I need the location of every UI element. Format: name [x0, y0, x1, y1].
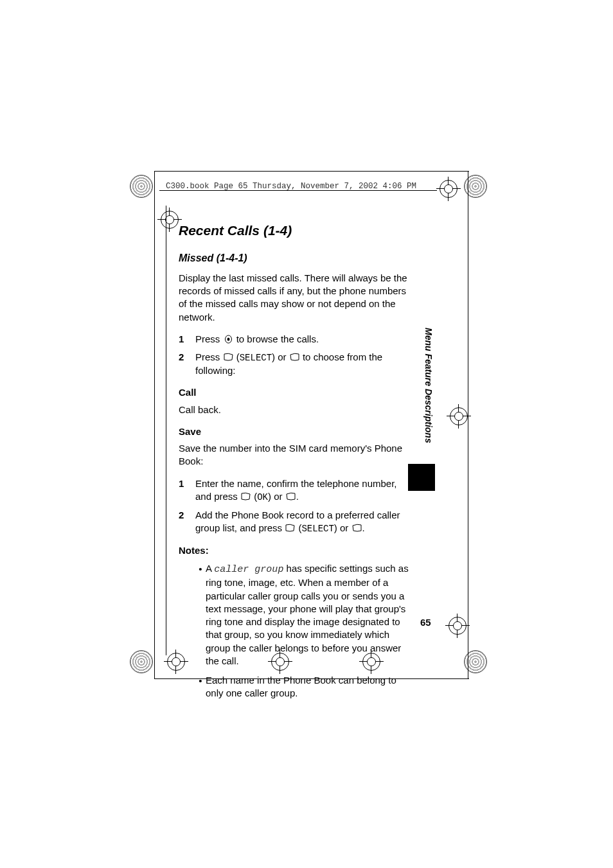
print-target-bl — [129, 649, 154, 675]
running-header: C300.book Page 65 Thursday, November 7, … — [166, 182, 416, 191]
call-heading: Call — [179, 386, 413, 399]
bullet-icon: • — [195, 562, 206, 668]
crop-line — [154, 171, 155, 678]
left-soft-icon — [223, 352, 234, 361]
step-text: Press — [195, 351, 223, 362]
step-number: 2 — [179, 351, 195, 377]
side-tab-label: Menu Feature Descriptions — [423, 328, 434, 443]
step-number: 1 — [179, 477, 195, 504]
right-soft-icon — [289, 352, 300, 361]
print-register-r — [450, 407, 468, 425]
step-text: . — [362, 522, 365, 533]
softkey-label: SELECT — [240, 353, 272, 363]
page-number: 65 — [420, 617, 431, 628]
step-text: to browse the calls. — [234, 333, 319, 344]
notes-list: • A caller group has specific settings s… — [195, 562, 413, 700]
notes-heading: Notes: — [179, 544, 413, 557]
step-text: . — [296, 491, 299, 502]
crop-line — [468, 171, 468, 678]
note-em: caller group — [214, 564, 283, 575]
thumb-tab-lines — [413, 466, 429, 480]
save-step-1: 1 Enter the name, confirm the telephone … — [179, 477, 413, 504]
step-text: ) or — [272, 351, 289, 362]
main-steps: 1 Press to browse the calls. 2 Press (SE… — [179, 333, 413, 377]
softkey-label: OK — [257, 492, 268, 502]
print-target-br — [463, 649, 488, 675]
step-number: 1 — [179, 333, 195, 346]
print-register-tr — [440, 180, 458, 198]
crop-line — [154, 171, 469, 172]
note-item-1: • A caller group has specific settings s… — [195, 562, 413, 668]
nav-icon — [223, 334, 234, 343]
section-heading: Recent Calls (1-4) — [179, 222, 413, 240]
step-2: 2 Press (SELECT) or to choose from the f… — [179, 351, 413, 377]
save-step-2: 2 Add the Phone Book record to a preferr… — [179, 509, 413, 535]
save-intro: Save the number into the SIM card memory… — [179, 442, 413, 468]
right-soft-icon — [351, 523, 362, 532]
left-soft-icon — [240, 492, 251, 500]
step-number: 2 — [179, 509, 195, 535]
bullet-icon: • — [195, 674, 206, 700]
step-text: Press — [195, 333, 223, 344]
save-heading: Save — [179, 425, 413, 438]
softkey-label: SELECT — [301, 524, 333, 534]
subsection-heading: Missed (1-4-1) — [179, 251, 413, 265]
page-body: Recent Calls (1-4) Missed (1-4-1) Displa… — [179, 222, 413, 707]
step-text: ) or — [334, 522, 351, 533]
print-register-tl — [161, 211, 179, 229]
print-target-tl — [129, 173, 154, 199]
step-text: ) or — [268, 491, 285, 502]
note-item-2: • Each name in the Phone Book can belong… — [195, 674, 413, 700]
save-steps: 1 Enter the name, confirm the telephone … — [179, 477, 413, 535]
note-text: Each name in the Phone Book can belong t… — [206, 674, 413, 700]
call-body: Call back. — [179, 403, 413, 416]
side-tab: Menu Feature Descriptions — [422, 328, 435, 456]
crop-line — [166, 206, 166, 655]
print-target-tr — [463, 173, 488, 199]
note-text: A — [206, 563, 214, 574]
left-soft-icon — [285, 523, 296, 532]
note-text: has specific settings such as ring tone,… — [206, 563, 409, 666]
print-register-b4 — [449, 617, 466, 635]
step-text: Add the Phone Book record to a preferred… — [195, 509, 400, 533]
svg-point-1 — [227, 337, 229, 341]
step-1: 1 Press to browse the calls. — [179, 333, 413, 346]
intro-paragraph: Display the last missed calls. There wil… — [179, 272, 413, 324]
right-soft-icon — [285, 492, 296, 500]
